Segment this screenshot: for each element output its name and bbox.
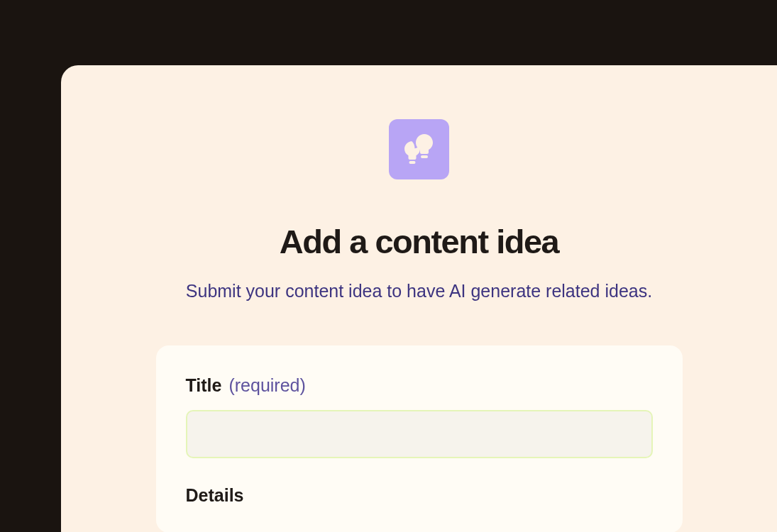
details-field-group: Details xyxy=(186,485,653,506)
modal-subheading: Submit your content idea to have AI gene… xyxy=(186,281,652,301)
details-label-row: Details xyxy=(186,485,653,506)
form-card: Title (required) Details xyxy=(156,345,683,532)
title-required-indicator: (required) xyxy=(228,375,305,396)
title-input[interactable] xyxy=(186,410,653,458)
title-label: Title xyxy=(186,375,222,396)
idea-icon-box xyxy=(389,119,449,179)
title-field-group: Title (required) xyxy=(186,375,653,458)
modal-container: Add a content idea Submit your content i… xyxy=(61,65,777,532)
svg-rect-0 xyxy=(421,155,428,158)
modal-heading: Add a content idea xyxy=(280,222,558,261)
lightbulbs-icon xyxy=(399,130,439,170)
title-label-row: Title (required) xyxy=(186,375,653,396)
modal-content: Add a content idea Submit your content i… xyxy=(61,119,777,532)
details-label: Details xyxy=(186,485,244,506)
svg-rect-1 xyxy=(409,161,415,164)
